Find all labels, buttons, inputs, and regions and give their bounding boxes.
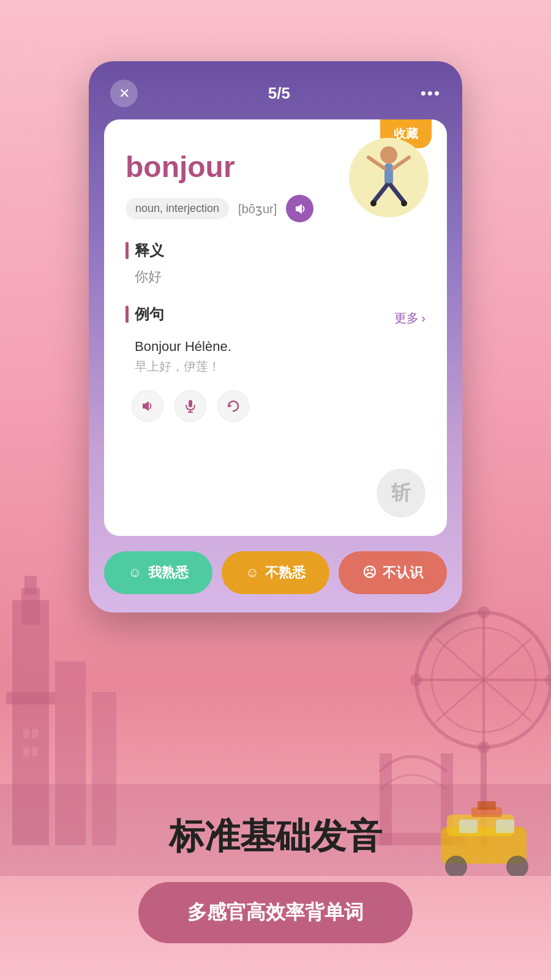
example-sentence: Bonjour Hélène. bbox=[135, 339, 425, 355]
bottom-section: 标准基础发音 多感官高效率背单词 bbox=[0, 813, 551, 943]
svg-line-37 bbox=[373, 185, 387, 202]
record-button[interactable] bbox=[174, 390, 206, 422]
example-section-header: 例句 更多 › bbox=[126, 304, 425, 331]
definition-section-title: 释义 bbox=[126, 241, 425, 260]
cta-button[interactable]: 多感官高效率背单词 bbox=[138, 882, 413, 943]
svg-rect-6 bbox=[23, 747, 29, 756]
progress-indicator: 5/5 bbox=[268, 84, 290, 103]
unknown-button[interactable]: ☹ 不认识 bbox=[339, 551, 447, 594]
svg-rect-43 bbox=[189, 400, 192, 407]
example-controls bbox=[132, 390, 425, 422]
speaker-small-icon bbox=[140, 399, 155, 413]
pronunciation-audio-button[interactable] bbox=[286, 195, 313, 222]
word-pronunciation: [bõʒur] bbox=[238, 202, 277, 216]
svg-point-11 bbox=[416, 612, 551, 747]
example-translation: 早上好，伊莲！ bbox=[135, 358, 425, 375]
section-bar bbox=[126, 242, 129, 259]
svg-point-18 bbox=[478, 741, 490, 753]
neutral-icon: ☺ bbox=[246, 565, 259, 581]
example-section-title: 例句 bbox=[126, 304, 164, 324]
svg-point-39 bbox=[370, 200, 377, 206]
svg-point-20 bbox=[545, 674, 551, 686]
close-button[interactable]: ✕ bbox=[110, 80, 138, 107]
svg-rect-32 bbox=[478, 801, 496, 810]
main-title: 标准基础发音 bbox=[169, 813, 382, 861]
svg-line-38 bbox=[391, 185, 404, 202]
svg-marker-42 bbox=[143, 401, 149, 411]
svg-line-15 bbox=[436, 638, 531, 722]
svg-rect-3 bbox=[24, 576, 37, 594]
svg-line-16 bbox=[436, 638, 531, 722]
svg-point-19 bbox=[410, 674, 422, 686]
speaker-icon bbox=[293, 202, 307, 216]
svg-rect-1 bbox=[6, 692, 55, 704]
action-buttons: ☺ 我熟悉 ☺ 不熟悉 ☹ 不认识 bbox=[104, 551, 447, 594]
smile-icon: ☺ bbox=[128, 565, 141, 581]
svg-marker-41 bbox=[296, 204, 302, 214]
svg-point-12 bbox=[432, 628, 536, 732]
svg-rect-7 bbox=[32, 747, 38, 756]
play-audio-button[interactable] bbox=[132, 390, 163, 422]
definition-text: 你好 bbox=[135, 268, 425, 286]
person-illustration bbox=[361, 144, 416, 211]
avatar bbox=[349, 138, 429, 217]
more-button[interactable]: ••• bbox=[421, 84, 441, 103]
more-examples-link[interactable]: 更多 › bbox=[394, 310, 425, 326]
card-header: ✕ 5/5 ••• bbox=[89, 61, 462, 119]
svg-point-40 bbox=[401, 200, 407, 206]
svg-point-17 bbox=[478, 606, 490, 619]
unfamiliar-button[interactable]: ☺ 不熟悉 bbox=[222, 551, 330, 594]
svg-point-33 bbox=[380, 146, 397, 164]
svg-rect-4 bbox=[23, 729, 29, 738]
character-watermark: 斩 bbox=[377, 469, 425, 518]
section-bar-2 bbox=[126, 306, 129, 323]
phone-card: ✕ 5/5 ••• 收藏 bbox=[89, 61, 462, 612]
close-icon: ✕ bbox=[119, 87, 130, 100]
refresh-button[interactable] bbox=[217, 390, 249, 422]
refresh-icon bbox=[226, 399, 241, 413]
word-type: noun, interjection bbox=[126, 198, 229, 219]
chevron-right-icon: › bbox=[421, 311, 425, 325]
svg-rect-34 bbox=[384, 164, 393, 185]
svg-marker-46 bbox=[228, 404, 232, 407]
svg-rect-5 bbox=[32, 729, 38, 738]
svg-rect-2 bbox=[21, 588, 40, 625]
sad-icon: ☹ bbox=[362, 565, 377, 581]
word-card: 收藏 bonjour bbox=[104, 119, 447, 536]
svg-rect-0 bbox=[12, 600, 49, 845]
microphone-icon bbox=[183, 399, 198, 413]
familiar-button[interactable]: ☺ 我熟悉 bbox=[104, 551, 212, 594]
